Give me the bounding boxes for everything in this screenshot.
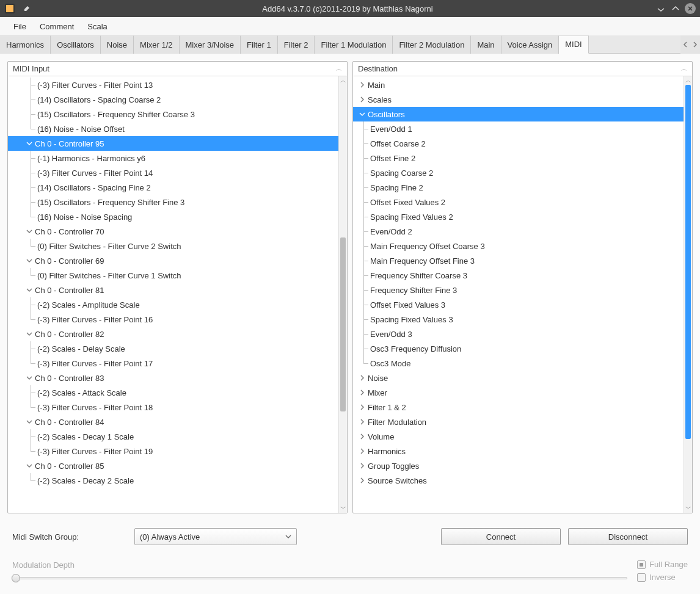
tab-noise[interactable]: Noise (101, 35, 134, 54)
tree-node[interactable]: Ch 0 - Controller 85 (8, 458, 338, 473)
tab-oscillators[interactable]: Oscillators (51, 35, 101, 54)
tree-leaf[interactable]: (14) Oscillators - Spacing Fine 2 (8, 180, 338, 195)
tree-node[interactable]: Group Toggles (353, 458, 684, 473)
scrollbar[interactable]: ︿ ﹀ (684, 76, 692, 513)
tree-leaf[interactable]: Frequency Shifter Coarse 3 (353, 268, 684, 283)
chevron-right-icon[interactable] (358, 375, 366, 381)
tree-node[interactable]: Ch 0 - Controller 81 (8, 283, 338, 297)
tree-leaf[interactable]: Even/Odd 2 (353, 224, 684, 239)
chevron-right-icon[interactable] (358, 389, 366, 396)
destination-tree[interactable]: MainScalesOscillatorsEven/Odd 1Offset Co… (353, 76, 684, 513)
tree-leaf[interactable]: (-3) Filter Curves - Filter Point 18 (8, 400, 338, 415)
tree-leaf[interactable]: (-2) Scales - Amplitude Scale (8, 297, 338, 312)
chevron-right-icon[interactable] (358, 96, 366, 103)
scroll-down-icon[interactable]: ﹀ (684, 504, 692, 513)
tree-leaf[interactable]: (0) Filter Switches - Filter Curve 1 Swi… (8, 268, 338, 283)
tree-leaf[interactable]: (14) Oscillators - Spacing Coarse 2 (8, 92, 338, 107)
tree-leaf[interactable]: (16) Noise - Noise Spacing (8, 209, 338, 224)
tree-node[interactable]: Filter Modulation (353, 415, 684, 429)
tree-node[interactable]: Ch 0 - Controller 82 (8, 327, 338, 341)
chevron-right-icon[interactable] (358, 419, 366, 425)
tree-leaf[interactable]: (-3) Filter Curves - Filter Point 19 (8, 444, 338, 458)
tree-leaf[interactable]: (15) Oscillators - Frequency Shifter Coa… (8, 107, 338, 121)
tab-filter-1[interactable]: Filter 1 (241, 35, 278, 54)
connect-button[interactable]: Connect (441, 528, 561, 545)
tree-node[interactable]: Filter 1 & 2 (353, 400, 684, 415)
tree-node[interactable]: Ch 0 - Controller 69 (8, 253, 338, 268)
tab-scroll-left-icon[interactable] (680, 35, 690, 54)
tree-leaf[interactable]: (-3) Filter Curves - Filter Point 16 (8, 312, 338, 327)
tree-node[interactable]: Mixer (353, 385, 684, 400)
maximize-icon[interactable] (669, 2, 682, 15)
tab-mixer-1-2[interactable]: Mixer 1/2 (134, 35, 179, 54)
midi-input-tree[interactable]: (-3) Filter Curves - Filter Point 13(14)… (8, 76, 338, 513)
collapse-icon[interactable]: ︿ (681, 65, 687, 73)
scrollbar[interactable]: ︿ ﹀ (338, 76, 347, 513)
tree-leaf[interactable]: (16) Noise - Noise Offset (8, 121, 338, 136)
tree-node[interactable]: Scales (353, 92, 684, 107)
tree-node[interactable]: Ch 0 - Controller 70 (8, 224, 338, 239)
tab-harmonics[interactable]: Harmonics (0, 35, 51, 54)
chevron-right-icon[interactable] (358, 433, 366, 440)
tab-filter-2-modulation[interactable]: Filter 2 Modulation (393, 35, 471, 54)
chevron-down-icon[interactable] (25, 287, 34, 293)
tree-leaf[interactable]: Even/Odd 3 (353, 327, 684, 341)
tab-main[interactable]: Main (471, 35, 501, 54)
tree-node[interactable]: Noise (353, 371, 684, 385)
tree-leaf[interactable]: (-2) Scales - Attack Scale (8, 385, 338, 400)
tree-leaf[interactable]: Spacing Fixed Values 2 (353, 209, 684, 224)
chevron-down-icon[interactable] (25, 419, 34, 425)
scroll-thumb[interactable] (685, 85, 691, 439)
tree-node[interactable]: Main (353, 78, 684, 92)
tab-filter-2[interactable]: Filter 2 (278, 35, 315, 54)
tab-mixer-3-noise[interactable]: Mixer 3/Noise (180, 35, 241, 54)
tree-leaf[interactable]: (-2) Scales - Delay Scale (8, 341, 338, 356)
tree-leaf[interactable]: (-2) Scales - Decay 2 Scale (8, 473, 338, 488)
chevron-right-icon[interactable] (358, 404, 366, 410)
disconnect-button[interactable]: Disconnect (568, 528, 688, 545)
tree-leaf[interactable]: (-1) Harmonics - Harmonics y6 (8, 151, 338, 165)
chevron-right-icon[interactable] (358, 82, 366, 88)
tree-leaf[interactable]: Main Frequency Offset Coarse 3 (353, 239, 684, 253)
full-range-checkbox[interactable]: Full Range (637, 560, 688, 569)
minimize-icon[interactable] (655, 2, 667, 15)
tree-leaf[interactable]: Offset Fixed Values 2 (353, 195, 684, 209)
menu-comment[interactable]: Comment (34, 20, 80, 34)
chevron-right-icon[interactable] (358, 477, 366, 484)
scroll-down-icon[interactable]: ﹀ (339, 504, 347, 513)
menu-file[interactable]: File (7, 20, 32, 34)
tree-leaf[interactable]: (-3) Filter Curves - Filter Point 17 (8, 356, 338, 371)
tree-node[interactable]: Oscillators (353, 107, 684, 121)
scroll-thumb[interactable] (340, 237, 346, 411)
chevron-down-icon[interactable] (25, 331, 34, 337)
tree-leaf[interactable]: Even/Odd 1 (353, 121, 684, 136)
tree-leaf[interactable]: Offset Fixed Values 3 (353, 297, 684, 312)
midi-switch-group-combo[interactable]: (0) Always Active (134, 528, 297, 545)
tree-leaf[interactable]: (15) Oscillators - Frequency Shifter Fin… (8, 195, 338, 209)
tree-node[interactable]: Harmonics (353, 444, 684, 458)
close-icon[interactable] (684, 2, 696, 15)
tree-leaf[interactable]: Spacing Fine 2 (353, 180, 684, 195)
tree-leaf[interactable]: Osc3 Mode (353, 356, 684, 371)
chevron-down-icon[interactable] (25, 463, 34, 469)
tree-leaf[interactable]: (-3) Filter Curves - Filter Point 14 (8, 165, 338, 180)
pin-icon[interactable] (21, 2, 33, 15)
collapse-icon[interactable]: ︿ (336, 65, 342, 73)
tab-voice-assign[interactable]: Voice Assign (501, 35, 560, 54)
scroll-up-icon[interactable]: ︿ (684, 76, 692, 85)
chevron-down-icon[interactable] (25, 140, 34, 147)
tree-node[interactable]: Ch 0 - Controller 95 (8, 136, 338, 151)
chevron-down-icon[interactable] (25, 375, 34, 381)
tree-node[interactable]: Ch 0 - Controller 84 (8, 415, 338, 429)
tree-node[interactable]: Ch 0 - Controller 83 (8, 371, 338, 385)
menu-scala[interactable]: Scala (81, 20, 114, 34)
tree-leaf[interactable]: (0) Filter Switches - Filter Curve 2 Swi… (8, 239, 338, 253)
tree-leaf[interactable]: Osc3 Frequency Diffusion (353, 341, 684, 356)
tree-node[interactable]: Source Switches (353, 473, 684, 488)
chevron-right-icon[interactable] (358, 463, 366, 469)
chevron-down-icon[interactable] (358, 111, 366, 117)
tree-leaf[interactable]: Offset Fine 2 (353, 151, 684, 165)
tree-leaf[interactable]: Frequency Shifter Fine 3 (353, 283, 684, 297)
modulation-depth-slider[interactable] (12, 574, 627, 582)
chevron-right-icon[interactable] (358, 448, 366, 454)
